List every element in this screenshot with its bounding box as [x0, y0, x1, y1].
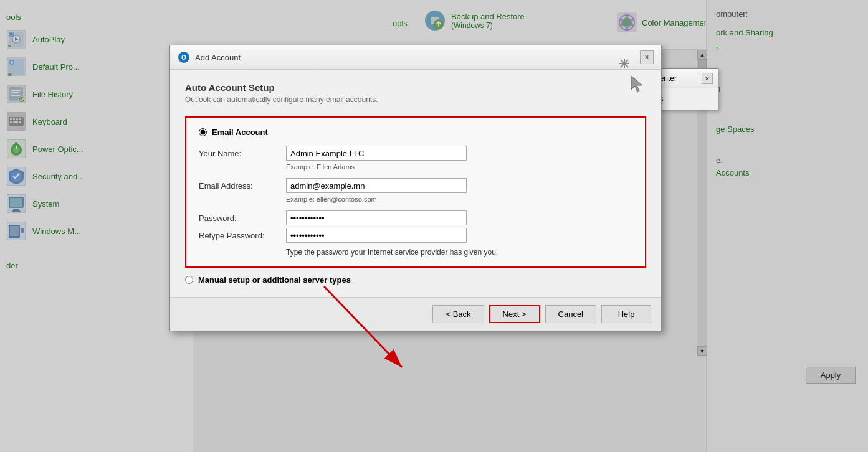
retype-password-input[interactable] [286, 228, 467, 243]
dialog-title-left: O Add Account [178, 51, 241, 64]
next-button[interactable]: Next > [489, 305, 540, 323]
manual-setup-label: Manual setup or additional server types [198, 275, 351, 285]
your-name-hint: Example: Ellen Adams [286, 163, 632, 171]
email-hint: Example: ellen@contoso.com [286, 195, 632, 203]
add-account-dialog: O Add Account × Auto Account Setup [169, 45, 662, 331]
secondary-dialog-close[interactable]: × [702, 73, 713, 84]
your-name-row: Your Name: [199, 146, 632, 161]
dialog-close-button[interactable]: × [640, 50, 654, 64]
your-name-input[interactable] [286, 146, 467, 161]
dialog-subtitle: Auto Account Setup [185, 82, 646, 93]
retype-password-label: Retype Password: [199, 231, 286, 240]
email-account-radio[interactable] [199, 128, 207, 136]
back-button[interactable]: < Back [432, 305, 484, 323]
dialog-subtitle-desc: Outlook can automatically configure many… [185, 95, 646, 104]
email-address-label: Email Address: [199, 181, 286, 191]
manual-setup-radio[interactable] [185, 276, 193, 284]
outlook-icon: O [178, 51, 190, 64]
svg-text:O: O [181, 54, 186, 61]
dialog-footer: < Back Next > Cancel Help [170, 297, 661, 331]
dialog-titlebar: O Add Account × [170, 45, 661, 70]
password-label: Password: [199, 214, 286, 223]
help-button[interactable]: Help [601, 305, 651, 323]
your-name-label: Your Name: [199, 149, 286, 158]
password-input[interactable] [286, 210, 467, 225]
manual-setup-option[interactable]: Manual setup or additional server types [185, 275, 646, 285]
password-note: Type the password your Internet service … [286, 248, 632, 257]
email-account-label: Email Account [212, 128, 268, 137]
retype-password-row: Retype Password: [199, 228, 632, 243]
email-form-section: Email Account Your Name: Example: Ellen … [185, 116, 646, 268]
email-address-row: Email Address: [199, 178, 632, 193]
email-account-radio-option[interactable]: Email Account [199, 128, 632, 137]
dialog-body: Auto Account Setup Outlook can automatic… [170, 70, 661, 297]
email-address-input[interactable] [286, 178, 467, 193]
dialog-title: Add Account [195, 53, 241, 62]
cancel-button[interactable]: Cancel [545, 305, 596, 323]
password-row: Password: [199, 210, 632, 225]
